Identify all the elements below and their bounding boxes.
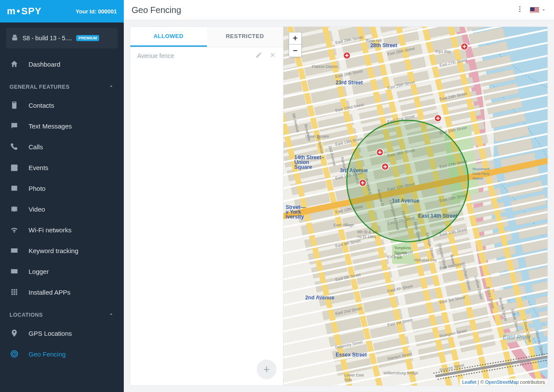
- zoom-out-button[interactable]: −: [289, 45, 301, 57]
- keyboard-icon: [10, 246, 19, 255]
- sidebar-item-gps-locations[interactable]: GPS Locations: [0, 323, 124, 344]
- section-general[interactable]: GENERAL FEATURES: [0, 74, 124, 95]
- label: Wi-Fi networks: [29, 226, 71, 234]
- sidebar-item-calls[interactable]: Calls: [0, 136, 124, 157]
- label: Installed APPs: [29, 289, 71, 296]
- sidebar-item-wi-fi-networks[interactable]: Wi-Fi networks: [0, 219, 124, 240]
- label: Logger: [29, 268, 49, 275]
- fence-name: Avenue fence: [137, 52, 174, 59]
- label: Contacts: [29, 102, 54, 109]
- svg-text:Stuyvesant: Stuyvesant: [472, 167, 490, 171]
- page-title: Geo Fencing: [132, 5, 181, 15]
- svg-text:Alphabet City: Alphabet City: [414, 258, 437, 262]
- close-icon[interactable]: [269, 51, 276, 60]
- svg-point-3: [519, 6, 521, 7]
- map-marker[interactable]: [343, 52, 350, 59]
- svg-text:Av El 1881: Av El 1881: [358, 235, 376, 239]
- main: Geo Fencing ALLOWED RESTRICTED Avenue fe…: [124, 0, 554, 392]
- svg-text:iversity: iversity: [286, 214, 304, 220]
- android-icon: [11, 34, 18, 42]
- message-icon: [10, 122, 19, 130]
- label: Photo: [29, 185, 45, 192]
- calendar-icon: [10, 163, 19, 172]
- sidebar-item-installed-apps[interactable]: Installed APPs: [0, 282, 124, 302]
- sidebar-item-video[interactable]: Video: [0, 199, 124, 219]
- leaflet-link[interactable]: Leaflet: [462, 379, 477, 385]
- svg-point-5: [519, 11, 521, 12]
- svg-text:East Village: East Village: [333, 223, 354, 228]
- device-selector[interactable]: S8 - build 13 - 5.... PREMIUM: [6, 28, 118, 48]
- fence-panel: ALLOWED RESTRICTED Avenue fence +: [130, 26, 283, 386]
- sidebar-item-contacts[interactable]: Contacts: [0, 95, 124, 116]
- topbar: Geo Fencing: [124, 0, 554, 20]
- svg-point-4: [519, 9, 521, 10]
- svg-text:Lower East: Lower East: [344, 373, 364, 377]
- tabs: ALLOWED RESTRICTED: [130, 27, 283, 47]
- device-name: S8 - build 13 - 5....: [23, 35, 72, 42]
- more-icon[interactable]: [516, 5, 524, 15]
- map-marker[interactable]: [359, 180, 366, 186]
- logo[interactable]: m•SPY: [7, 6, 42, 17]
- osm-link[interactable]: OpenStreetMap: [485, 379, 519, 385]
- label: Text Messages: [29, 122, 72, 130]
- label: Events: [29, 164, 48, 171]
- svg-point-2: [14, 353, 15, 355]
- add-fence-button[interactable]: +: [257, 360, 276, 379]
- svg-text:Flatiron District: Flatiron District: [312, 65, 338, 69]
- language-flag[interactable]: [530, 7, 546, 13]
- map-marker[interactable]: [382, 163, 389, 170]
- svg-text:2nd Avenue: 2nd Avenue: [305, 295, 335, 301]
- label: Calls: [29, 143, 43, 151]
- sidebar-item-logger[interactable]: Logger: [0, 261, 124, 282]
- nav: Dashboard GENERAL FEATURES ContactsText …: [0, 54, 124, 392]
- svg-text:28th Street: 28th Street: [370, 42, 397, 48]
- phone-icon: [10, 142, 19, 151]
- target-icon: [10, 350, 19, 358]
- clipboard-icon: [10, 101, 19, 109]
- svg-text:Tompkins: Tompkins: [394, 246, 411, 250]
- label: Dashboard: [29, 61, 60, 68]
- svg-text:Square: Square: [294, 164, 312, 170]
- tab-allowed[interactable]: ALLOWED: [130, 27, 207, 47]
- svg-text:23rd Street: 23rd Street: [335, 80, 363, 86]
- sidebar-item-photo[interactable]: Photo: [0, 178, 124, 199]
- tab-restricted[interactable]: RESTRICTED: [207, 27, 283, 47]
- chevron-up-icon: [108, 83, 114, 90]
- chevron-down-icon: [541, 7, 546, 13]
- map[interactable]: Rose Hill28th Street23rd StreetKips BayF…: [283, 26, 548, 386]
- svg-text:Williamsburg Bridge: Williamsburg Bridge: [383, 371, 418, 375]
- map-marker[interactable]: [377, 149, 383, 156]
- sidebar-item-keyword-tracking[interactable]: Keyword tracking: [0, 240, 124, 261]
- sidebar: m•SPY Your Id: 000001 S8 - build 13 - 5.…: [0, 0, 124, 392]
- wifi-icon: [10, 225, 19, 234]
- svg-text:Essex Street: Essex Street: [335, 352, 367, 358]
- svg-text:Side: Side: [344, 378, 352, 382]
- your-id: Your Id: 000001: [76, 8, 117, 15]
- edit-icon[interactable]: [255, 51, 262, 60]
- label: GPS Locations: [29, 330, 72, 337]
- sidebar-item-geo-fencing[interactable]: Geo Fencing: [0, 344, 124, 364]
- sidebar-item-dashboard[interactable]: Dashboard: [0, 54, 124, 74]
- map-marker[interactable]: [461, 43, 468, 50]
- sidebar-item-events[interactable]: Events: [0, 157, 124, 178]
- pin-icon: [10, 329, 19, 337]
- keyboard-icon: [10, 267, 19, 276]
- map-marker[interactable]: [435, 115, 441, 122]
- apps-icon: [10, 288, 19, 296]
- svg-text:Kips Bay: Kips Bay: [435, 49, 451, 54]
- sidebar-item-text-messages[interactable]: Text Messages: [0, 116, 124, 136]
- video-icon: [10, 205, 19, 213]
- map-attribution: Leaflet | © OpenStreetMap contributors: [460, 379, 548, 386]
- svg-text:Station: Station: [472, 177, 483, 180]
- zoom-in-button[interactable]: +: [289, 32, 301, 45]
- svg-text:Cove Ferry: Cove Ferry: [472, 172, 490, 176]
- label: Video: [29, 206, 45, 213]
- fence-row[interactable]: Avenue fence: [130, 47, 283, 64]
- zoom-control: + −: [289, 32, 302, 57]
- label: Geo Fencing: [29, 350, 66, 358]
- chevron-up-icon: [108, 311, 114, 318]
- photo-icon: [10, 184, 19, 193]
- home-icon: [10, 60, 19, 68]
- section-locations[interactable]: LOCATIONS: [0, 302, 124, 323]
- brand-bar: m•SPY Your Id: 000001: [0, 0, 124, 22]
